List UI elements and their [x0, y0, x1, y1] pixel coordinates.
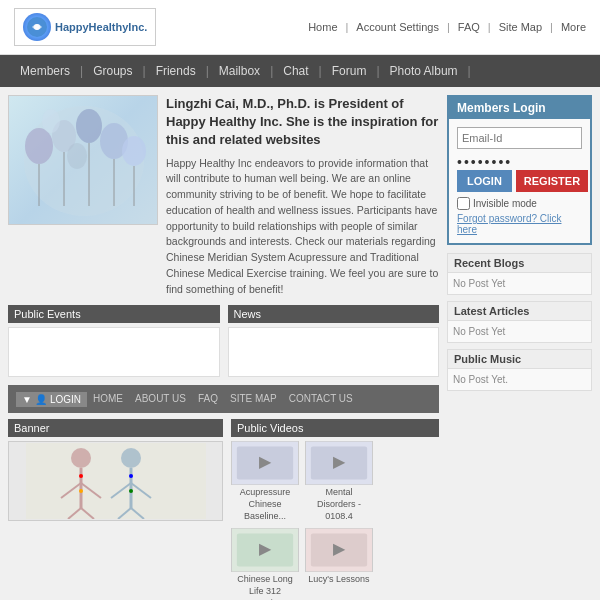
members-login-panel: Members Login •••••••• LOGIN REGISTER In… [447, 95, 592, 245]
news-box: News [228, 305, 440, 377]
recent-blogs-body: No Post Yet [448, 273, 591, 294]
sec-nav-sitemap[interactable]: SITE MAP [224, 385, 283, 413]
video-item-0[interactable]: ▶ Acupressure Chinese Baseline... [231, 441, 299, 522]
latest-articles-title: Latest Articles [448, 302, 591, 321]
svg-text:▶: ▶ [333, 540, 346, 557]
svg-point-23 [79, 489, 83, 493]
hero-image [8, 95, 158, 225]
login-buttons: LOGIN REGISTER [457, 170, 582, 192]
hero-section: Lingzhi Cai, M.D., Ph.D. is President of… [8, 95, 439, 297]
sec-nav-faq[interactable]: FAQ [192, 385, 224, 413]
public-music-empty: No Post Yet. [453, 374, 508, 385]
forgot-password-link[interactable]: Forgot password? Click here [457, 213, 582, 235]
video-label-3: Lucy's Lessons [305, 574, 373, 586]
sections-row: Public Events News [8, 305, 439, 377]
navbar: Members | Groups | Friends | Mailbox | C… [0, 55, 600, 87]
svg-text:▶: ▶ [333, 453, 346, 470]
register-button[interactable]: REGISTER [516, 170, 588, 192]
recent-blogs-title: Recent Blogs [448, 254, 591, 273]
video-thumbnail-1: ▶ [305, 441, 373, 485]
video-item-2[interactable]: ▶ Chinese Long Life 312 Exercise [231, 528, 299, 600]
header-nav: Home | Account Settings | FAQ | Site Map… [308, 21, 586, 33]
nav-members[interactable]: Members [10, 55, 80, 87]
nav-account-settings[interactable]: Account Settings [356, 21, 439, 33]
logo-icon [23, 13, 51, 41]
public-videos-section: Public Videos ▶ Acupressure Chinese Base… [231, 419, 439, 600]
svg-point-30 [129, 474, 133, 478]
public-events-content [8, 327, 220, 377]
nav-photo-album[interactable]: Photo Album [380, 55, 468, 87]
banner-image [8, 441, 223, 521]
down-arrow-icon: ▼ [22, 394, 32, 405]
svg-point-11 [122, 136, 146, 166]
hero-body: Happy Healthy Inc endeavors to provide i… [166, 156, 439, 298]
main-content: Lingzhi Cai, M.D., Ph.D. is President of… [0, 87, 600, 600]
recent-blogs-empty: No Post Yet [453, 278, 505, 289]
hero-title: Lingzhi Cai, M.D., Ph.D. is President of… [166, 95, 439, 150]
videos-title: Public Videos [231, 419, 439, 437]
video-label-1: Mental Disorders - 0108.4 [305, 487, 373, 522]
video-thumbnail-2: ▶ [231, 528, 299, 572]
invisible-mode-label[interactable]: Invisible mode [457, 197, 582, 210]
nav-groups[interactable]: Groups [83, 55, 142, 87]
public-events-box: Public Events [8, 305, 220, 377]
sec-nav-about[interactable]: ABOUT US [129, 385, 192, 413]
public-music-title: Public Music [448, 350, 591, 369]
svg-point-14 [67, 143, 87, 169]
logo-area: HappyHealthyInc. [14, 8, 156, 46]
latest-articles-panel: Latest Articles No Post Yet [447, 301, 592, 343]
nav-chat[interactable]: Chat [273, 55, 318, 87]
video-label-0: Acupressure Chinese Baseline... [231, 487, 299, 522]
banner-section: Banner [8, 419, 223, 600]
sec-nav-contact[interactable]: CONTACT US [283, 385, 359, 413]
svg-point-31 [129, 489, 133, 493]
right-column: Members Login •••••••• LOGIN REGISTER In… [447, 95, 592, 600]
logo-box: HappyHealthyInc. [14, 8, 156, 46]
email-input[interactable] [457, 127, 582, 149]
svg-point-16 [71, 448, 91, 468]
svg-point-3 [25, 128, 53, 164]
login-button[interactable]: LOGIN [457, 170, 512, 192]
nav-site-map[interactable]: Site Map [499, 21, 542, 33]
public-events-title: Public Events [8, 305, 220, 323]
header: HappyHealthyInc. Home | Account Settings… [0, 0, 600, 55]
public-music-panel: Public Music No Post Yet. [447, 349, 592, 391]
latest-articles-body: No Post Yet [448, 321, 591, 342]
nav-forum[interactable]: Forum [322, 55, 377, 87]
nav-more[interactable]: More [561, 21, 586, 33]
logo-text: HappyHealthyInc. [55, 21, 147, 33]
video-label-2: Chinese Long Life 312 Exercise [231, 574, 299, 600]
members-login-body: •••••••• LOGIN REGISTER Invisible mode F… [449, 119, 590, 243]
person-icon: 👤 [35, 394, 47, 405]
svg-point-13 [42, 109, 60, 133]
bottom-row: Banner [8, 419, 439, 600]
secondary-login-button[interactable]: ▼ 👤 LOGIN [16, 392, 87, 407]
svg-point-22 [79, 474, 83, 478]
nav-faq[interactable]: FAQ [458, 21, 480, 33]
invisible-mode-text: Invisible mode [473, 198, 537, 209]
left-column: Lingzhi Cai, M.D., Ph.D. is President of… [8, 95, 439, 600]
svg-text:▶: ▶ [259, 540, 272, 557]
video-item-1[interactable]: ▶ Mental Disorders - 0108.4 [305, 441, 373, 522]
svg-rect-15 [26, 443, 206, 519]
hero-text: Lingzhi Cai, M.D., Ph.D. is President of… [166, 95, 439, 297]
invisible-mode-checkbox[interactable] [457, 197, 470, 210]
videos-grid: ▶ Acupressure Chinese Baseline... ▶ [231, 441, 439, 600]
nav-home[interactable]: Home [308, 21, 337, 33]
svg-text:▶: ▶ [259, 453, 272, 470]
nav-mailbox[interactable]: Mailbox [209, 55, 270, 87]
public-music-body: No Post Yet. [448, 369, 591, 390]
recent-blogs-panel: Recent Blogs No Post Yet [447, 253, 592, 295]
secondary-login-label: LOGIN [50, 394, 81, 405]
svg-point-7 [76, 109, 102, 143]
secondary-nav: ▼ 👤 LOGIN HOME ABOUT US FAQ SITE MAP CON… [8, 385, 439, 413]
sec-nav-home[interactable]: HOME [87, 385, 129, 413]
members-login-title: Members Login [449, 97, 590, 119]
password-dots: •••••••• [457, 154, 582, 170]
video-thumbnail-0: ▶ [231, 441, 299, 485]
news-content [228, 327, 440, 377]
video-item-3[interactable]: ▶ Lucy's Lessons [305, 528, 373, 600]
nav-friends[interactable]: Friends [146, 55, 206, 87]
video-thumbnail-3: ▶ [305, 528, 373, 572]
news-title: News [228, 305, 440, 323]
